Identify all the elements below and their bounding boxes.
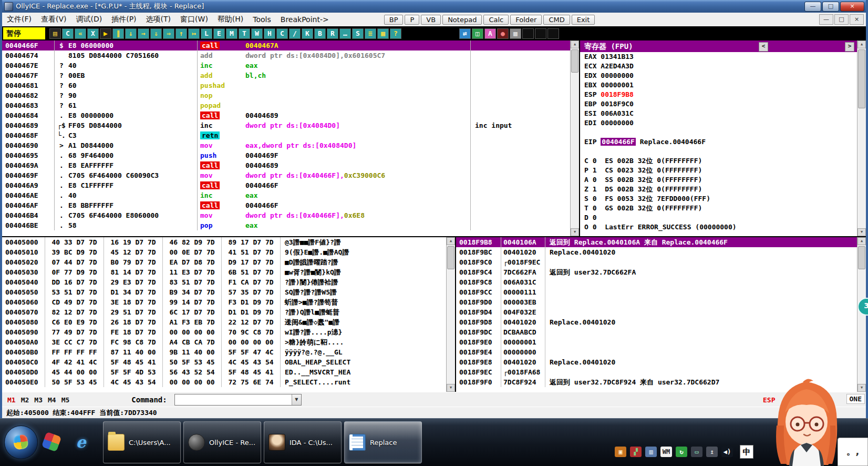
dump-row[interactable]: 00405060CD 49 D7 7D3E 18 D7 7D99 14 D7 7… (2, 297, 447, 307)
log-window-button[interactable]: L (201, 28, 212, 39)
tray-orange-app-icon[interactable]: ▣ (615, 447, 626, 457)
disasm-row[interactable]: 00404684.E8 00000000call00404689 (2, 110, 571, 120)
register-row[interactable]: T 0 GS 002B 32位 0(FFFFFFFF) (580, 204, 866, 213)
command-input[interactable] (175, 394, 292, 405)
disasm-row[interactable]: 0040467E?40inceax (2, 60, 571, 70)
step-back-button[interactable]: « (75, 28, 86, 39)
handles-window-button[interactable]: H (264, 28, 275, 39)
taskbar-window-folder[interactable]: C:\Users\A... (103, 421, 181, 463)
dump-row[interactable]: 004050B0FF FF FF FF87 11 40 009B 11 40 0… (2, 347, 447, 357)
disasm-row[interactable]: 0040466F$E8 06000000call0040467A (2, 40, 571, 50)
executables-window-button[interactable]: E (213, 28, 225, 39)
tray-chip-icon[interactable]: ▥ (645, 447, 657, 457)
register-row[interactable]: EBX 00000001 (580, 80, 866, 90)
menu-item[interactable]: 文件(F) (2, 14, 36, 25)
macro-tab-m2[interactable]: M2 (21, 396, 29, 404)
pinwheel-app-icon[interactable] (42, 432, 61, 451)
register-row[interactable] (580, 147, 866, 156)
dump-row[interactable]: 004050C04F 42 41 4C5F 48 45 4150 5F 53 4… (2, 357, 447, 367)
tray-display-icon[interactable]: ▭ (691, 447, 702, 457)
scrollbar-thumb[interactable] (858, 49, 865, 108)
disasm-row[interactable]: 00404690>A1 D0844000moveax,dword ptr ds:… (2, 140, 571, 150)
disasm-row[interactable]: 0040467F?00EBaddbl,ch (2, 70, 571, 80)
registers-scroll-right-button[interactable]: > (845, 42, 854, 52)
macro-tab-m3[interactable]: M3 (34, 396, 43, 404)
tray-color-grid-icon[interactable]: ▞ (630, 447, 642, 457)
macro-tab-m1[interactable]: M1 (7, 396, 16, 404)
menu-plugin-button[interactable]: CMD (543, 15, 570, 25)
references-window-button[interactable]: R (327, 28, 338, 39)
call-stack-window-button[interactable]: K (302, 28, 313, 39)
menu-plugin-button[interactable]: P (405, 15, 419, 25)
register-row[interactable]: O 0 LastErr ERROR_SUCCESS (00000000) (580, 222, 866, 232)
internet-explorer-icon[interactable]: e (71, 432, 90, 451)
restart-button[interactable]: C (62, 28, 74, 39)
step-over-button[interactable]: → (138, 28, 149, 39)
register-row[interactable]: ESP 0018F9B8 (580, 90, 866, 99)
windows-window-button[interactable]: W (251, 28, 263, 39)
execute-till-return-button[interactable]: ↑ (175, 28, 187, 39)
tray-volume-icon[interactable]: ◀) (721, 447, 733, 457)
go-to-button[interactable]: ↦ (188, 28, 200, 39)
register-row[interactable]: ESI 006A031C (580, 109, 866, 118)
stack-row[interactable]: 0018F9C47DC662FA返回到 user32.7DC662FA (456, 267, 857, 277)
register-row[interactable]: Z 1 DS 002B 32位 0(FFFFFFFF) (580, 185, 866, 194)
dump-row[interactable]: 0040507082 12 D7 7D29 51 D7 7D6C 17 D7 7… (2, 307, 447, 317)
scroll-down-button[interactable]: ▼ (447, 384, 455, 392)
menu-plugin-button[interactable]: Calc (483, 15, 509, 25)
options-button[interactable]: ≡ (365, 28, 376, 39)
stack-row[interactable]: 0018F9D0000003EB (456, 297, 857, 307)
plugin-swap-button[interactable]: ⇄ (459, 28, 471, 39)
scroll-down-button[interactable]: ▼ (571, 228, 579, 236)
menu-item[interactable]: 选项(T) (141, 14, 175, 25)
tray-sync-icon[interactable]: ↻ (676, 447, 687, 457)
stack-row[interactable]: 0018F9DCDCBAABCD (456, 327, 857, 337)
menu-item[interactable]: 帮助(H) (213, 14, 248, 25)
title-bar[interactable]: OllyICE - Replace.exe - [*G.P.U* - 主线程, … (2, 0, 866, 13)
disasm-row[interactable]: 004046B4.C705 6F464000 E8060000movdword … (2, 210, 571, 220)
help-button[interactable]: ? (390, 28, 401, 39)
disasm-row[interactable]: 00404683?61popad (2, 100, 571, 110)
register-row[interactable]: P 1 CS 0023 32位 0(FFFFFFFF) (580, 166, 866, 175)
macro-tab-m5[interactable]: M5 (61, 396, 70, 404)
menu-item[interactable]: 调试(D) (71, 14, 107, 25)
taskbar-window-olly[interactable]: OllyICE - Re... (183, 421, 261, 463)
menu-plugin-button[interactable]: Notepad (442, 15, 482, 25)
disasm-row[interactable]: 004046A9.E8 C1FFFFFFcall0040466F (2, 180, 571, 190)
disassembly-scrollbar[interactable]: ▲ ▼ (570, 40, 579, 236)
menu-item[interactable]: 查看(V) (36, 14, 71, 25)
scrollbar-track[interactable] (857, 48, 866, 228)
registers-scroll-left-button[interactable]: < (759, 42, 768, 52)
disasm-row[interactable]: 004046AE.40inceax (2, 190, 571, 200)
scroll-down-button[interactable]: ▼ (857, 384, 866, 392)
stack-row[interactable]: 0018F9C0┌0018F9EC (456, 257, 857, 267)
register-row[interactable] (580, 128, 866, 137)
menu-item[interactable]: 窗口(W) (175, 14, 213, 25)
register-row[interactable]: EIP 0040466F Replace.0040466F (580, 137, 866, 147)
dump-row[interactable]: 0040501039 BC D9 7D45 12 D7 7D00 0E D7 7… (2, 247, 447, 257)
stack-row[interactable]: 0018F9D800401020Replace.00401020 (456, 317, 857, 327)
disasm-row[interactable]: 0040469A.E8 EAFFFFFFcall00404689 (2, 160, 571, 170)
taskbar-window-ida[interactable]: IDA - C:\Us... (264, 421, 342, 463)
command-dropdown-button[interactable]: ▼ (292, 394, 301, 405)
tray-usb-icon[interactable]: ↥ (706, 447, 718, 457)
dump-row[interactable]: 00405040DD 16 D7 7D29 E3 D7 7D83 51 D7 7… (2, 277, 447, 287)
plugin-blank-2-button[interactable] (535, 28, 546, 39)
open-file-button[interactable]: ▤ (49, 28, 61, 39)
register-row[interactable]: D 0 (580, 213, 866, 222)
dump-row[interactable]: 0040502007 44 D7 7DB0 79 D7 7DEA D7 D8 7… (2, 257, 447, 267)
close-program-button[interactable]: X (87, 28, 99, 39)
start-button[interactable] (4, 426, 38, 459)
run-trace-window-button[interactable]: … (339, 28, 351, 39)
dump-row[interactable]: 004050300F 77 D9 7D81 14 D7 7D11 E3 D7 7… (2, 267, 447, 277)
dump-scrollbar[interactable]: ▲ ▼ (446, 237, 455, 392)
stack-row[interactable]: 0018F9E000000001 (456, 337, 857, 347)
plugin-blank-3-button[interactable] (547, 28, 559, 39)
register-row[interactable]: A 0 SS 002B 32位 0(FFFFFFFF) (580, 175, 866, 185)
ime-language-indicator[interactable]: 中 (740, 445, 753, 459)
register-row[interactable]: C 0 ES 002B 32位 0(FFFFFFFF) (580, 156, 866, 166)
dump-row[interactable]: 0040500040 33 D7 7D16 19 D7 7D46 82 D9 7… (2, 237, 447, 247)
register-row[interactable]: EAX 01341B13 (580, 52, 866, 62)
menu-plugin-button[interactable]: BP (384, 15, 404, 25)
stack-row[interactable]: 0018F9CC00000111 (456, 287, 857, 297)
